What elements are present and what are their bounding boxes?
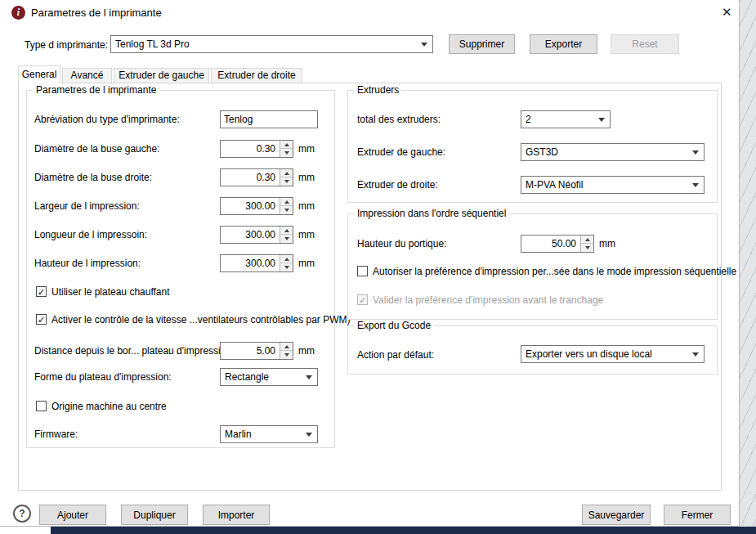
print-width-input[interactable] <box>221 198 279 214</box>
check-icon: ✓ <box>38 315 45 325</box>
print-height-label: Hauteur de l impression: <box>34 258 141 269</box>
spin-down-icon[interactable] <box>280 206 293 214</box>
edge-distance-input[interactable] <box>221 343 279 359</box>
allow-sequential-label: Autoriser la préférence d'impression per… <box>373 266 736 277</box>
spinner-buttons <box>280 255 293 271</box>
importer-button[interactable]: Importer <box>203 505 270 525</box>
unit-mm: mm <box>298 258 315 269</box>
spin-down-icon[interactable] <box>581 244 593 252</box>
unit-mm: mm <box>298 172 315 183</box>
ajouter-button[interactable]: Ajouter <box>39 505 106 525</box>
taskbar <box>51 527 756 534</box>
print-depth-input[interactable] <box>221 227 279 243</box>
printer-type-select[interactable]: Tenlog TL 3d Pro <box>110 35 433 53</box>
gantry-height-spin[interactable] <box>521 235 594 253</box>
allow-sequential-checkbox[interactable] <box>357 266 368 276</box>
unit-mm: mm <box>599 238 615 249</box>
unit-mm: mm <box>298 143 315 155</box>
nozzle-left-spin[interactable] <box>220 140 293 158</box>
fermer-button[interactable]: Fermer <box>664 505 731 525</box>
spin-down-icon[interactable] <box>280 351 293 359</box>
spin-up-icon[interactable] <box>280 141 293 149</box>
unit-mm: mm <box>298 345 315 357</box>
help-icon[interactable]: ? <box>13 505 31 523</box>
printer-params-group-title: Parametres de l imprimante <box>33 84 159 96</box>
chevron-down-icon <box>692 352 699 357</box>
tab-extruder-gauche[interactable]: Extruder de gauche <box>114 68 209 83</box>
extruder-left-select[interactable]: GST3D <box>521 143 705 161</box>
spin-up-icon[interactable] <box>280 198 293 206</box>
spin-down-icon[interactable] <box>280 177 293 186</box>
tab-general[interactable]: General <box>18 65 60 83</box>
nozzle-right-input[interactable] <box>221 169 279 186</box>
firmware-select[interactable]: Marlin <box>220 425 318 443</box>
fan-pwm-label: Activer le contrôle de la vitesse ...ven… <box>51 314 350 325</box>
spin-down-icon[interactable] <box>280 235 293 243</box>
supprimer-button[interactable]: Supprimer <box>449 34 515 54</box>
reset-button[interactable]: Reset <box>611 34 679 54</box>
extruders-group-title: Extruders <box>354 84 402 96</box>
default-action-label: Action par défaut: <box>357 349 434 361</box>
total-extruders-label: total des extruders: <box>357 114 441 125</box>
print-width-label: Largeur de l impression: <box>34 200 140 212</box>
gantry-height-input[interactable] <box>521 236 579 252</box>
fan-pwm-checkbox[interactable]: ✓ <box>36 314 47 325</box>
firmware-label: Firmware: <box>34 429 78 440</box>
validate-preference-label: Valider la préférence d'impression avant… <box>373 294 603 306</box>
tab-avance[interactable]: Avancé <box>62 68 112 83</box>
chevron-down-icon <box>306 433 312 437</box>
app-background <box>740 0 756 527</box>
edge-distance-spin[interactable] <box>220 342 293 360</box>
extruder-right-value: M-PVA Néofil <box>526 179 583 191</box>
nozzle-left-label: Diamètre de la buse gauche: <box>34 143 159 155</box>
print-depth-label: Longueur de l impressoin: <box>34 229 147 240</box>
tab-extruder-droite[interactable]: Extruder de droite <box>211 68 302 83</box>
sauvegarder-button[interactable]: Sauvegarder <box>582 505 651 525</box>
nozzle-right-label: Diamètre de la buse droite: <box>34 172 152 183</box>
spinner-buttons <box>280 169 293 186</box>
heated-bed-checkbox[interactable]: ✓ <box>36 286 47 297</box>
info-icon: i <box>11 6 25 20</box>
heated-bed-label: Utiliser le plateau chauffant <box>51 286 170 298</box>
spin-up-icon[interactable] <box>280 255 293 263</box>
spinner-buttons <box>280 141 293 157</box>
spin-up-icon[interactable] <box>581 236 593 244</box>
origin-center-label: Origine machine au centre <box>51 401 167 412</box>
spin-down-icon[interactable] <box>280 263 293 271</box>
spin-up-icon[interactable] <box>280 227 293 235</box>
total-extruders-select[interactable]: 2 <box>521 110 611 128</box>
printer-type-label: Type d imprimante: <box>25 39 108 51</box>
abbreviation-input[interactable] <box>220 110 318 128</box>
default-action-select[interactable]: Exporter vers un disque local <box>521 345 705 363</box>
print-depth-spin[interactable] <box>220 226 293 244</box>
abbreviation-label: Abréviation du type d'imprimante: <box>34 114 180 125</box>
spin-up-icon[interactable] <box>280 343 293 351</box>
print-height-spin[interactable] <box>220 254 293 272</box>
edge-distance-label: Distance depuis le bor... plateau d'impr… <box>34 345 234 357</box>
close-icon[interactable]: ✕ <box>722 5 732 20</box>
validate-preference-checkbox[interactable]: ✓ <box>357 294 368 305</box>
origin-center-checkbox[interactable] <box>36 401 47 411</box>
gantry-height-label: Hauteur du portique: <box>357 238 446 249</box>
firmware-value: Marlin <box>225 429 252 440</box>
print-width-spin[interactable] <box>220 197 293 215</box>
spin-down-icon[interactable] <box>280 149 293 157</box>
extruder-right-select[interactable]: M-PVA Néofil <box>521 176 705 194</box>
printer-type-value: Tenlog TL 3d Pro <box>115 38 190 50</box>
nozzle-right-spin[interactable] <box>220 168 293 186</box>
extruder-right-label: Extruder de droite: <box>357 179 438 191</box>
unit-mm: mm <box>298 200 315 212</box>
spinner-buttons <box>280 198 293 214</box>
spin-up-icon[interactable] <box>280 169 293 177</box>
bed-shape-select[interactable]: Rectangle <box>220 368 318 386</box>
default-action-value: Exporter vers un disque local <box>526 348 652 360</box>
dupliquer-button[interactable]: Dupliquer <box>121 505 188 525</box>
exporter-button[interactable]: Exporter <box>530 34 597 54</box>
chevron-down-icon <box>692 150 699 155</box>
bed-shape-label: Forme du plateau d'impression: <box>34 371 172 383</box>
spinner-buttons <box>280 227 293 243</box>
printer-settings-dialog: i Parametres de l imprimante ✕ Type d im… <box>0 0 740 527</box>
print-height-input[interactable] <box>221 255 279 271</box>
extruder-left-label: Extruder de gauche: <box>357 146 445 158</box>
nozzle-left-input[interactable] <box>221 141 279 157</box>
